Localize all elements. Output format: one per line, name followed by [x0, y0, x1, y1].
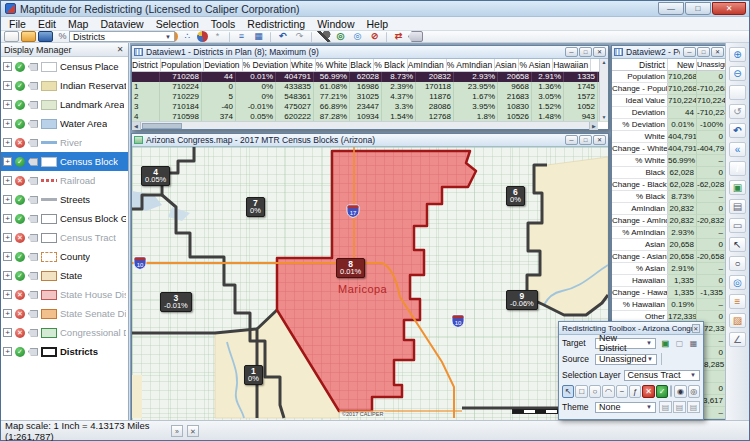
- scope-icon[interactable]: ◎: [350, 31, 365, 42]
- scroll-right-icon[interactable]: ▶: [589, 122, 598, 130]
- layer-row[interactable]: State House Dist: [1, 285, 128, 304]
- expand-icon[interactable]: [3, 290, 12, 299]
- sep[interactable]: [229, 32, 230, 42]
- table-row[interactable]: Black 62,028 0: [612, 167, 726, 179]
- column-header[interactable]: District: [132, 59, 161, 71]
- column-header[interactable]: % AmIndian: [447, 59, 495, 71]
- select-zoom-icon[interactable]: ◎: [729, 275, 746, 290]
- table-row[interactable]: % AmIndian 2.93% –: [612, 227, 726, 239]
- expand-icon[interactable]: [3, 252, 12, 261]
- minimize-icon[interactable]: ─: [565, 135, 578, 145]
- close-status-icon[interactable]: ✕: [187, 425, 199, 437]
- layer-visibility-icon[interactable]: [15, 271, 25, 281]
- clear-target-icon[interactable]: ▢: [673, 337, 686, 349]
- close-icon[interactable]: ✕: [711, 47, 724, 57]
- close-panel-icon[interactable]: ✕: [115, 45, 125, 54]
- layer-row[interactable]: Census Tract: [1, 228, 128, 247]
- zoom-in-icon[interactable]: ⊕: [729, 47, 746, 62]
- expand-icon[interactable]: [3, 119, 12, 128]
- column-header[interactable]: Deviation: [204, 59, 242, 71]
- select-pointer-icon[interactable]: ↖: [729, 237, 746, 252]
- layer-row[interactable]: Census Block: [1, 152, 128, 171]
- table-row[interactable]: Change - Population 710,268 -710,268: [612, 83, 726, 95]
- clone-map-icon[interactable]: ▣: [729, 180, 746, 195]
- table-row[interactable]: Hawaiian 1,335 0: [612, 275, 726, 287]
- initial-view-icon[interactable]: «: [729, 142, 746, 157]
- close-icon[interactable]: ✕: [692, 324, 700, 333]
- scale-back-icon[interactable]: ↶: [729, 123, 746, 138]
- layer-row[interactable]: Landmark Area: [1, 95, 128, 114]
- maximize-icon[interactable]: □: [579, 135, 592, 145]
- layer-visibility-icon[interactable]: [15, 176, 25, 186]
- maximize-icon[interactable]: □: [579, 47, 592, 57]
- snapshot-icon[interactable]: ▨: [729, 313, 746, 328]
- table-row[interactable]: Ideal Value 710,224 710,224: [612, 95, 726, 107]
- zoom-layer-icon[interactable]: ◎: [333, 31, 348, 42]
- layer-visibility-icon[interactable]: [15, 309, 25, 319]
- table-row[interactable]: AmIndian 20,832 0: [612, 203, 726, 215]
- freeform-select-tool[interactable]: ◠: [602, 385, 614, 398]
- polyline-select-tool[interactable]: ~: [616, 385, 628, 398]
- save-icon[interactable]: [38, 31, 53, 42]
- column-header[interactable]: % White: [316, 59, 351, 71]
- layer-row[interactable]: State Senate Dist: [1, 304, 128, 323]
- table-row[interactable]: Change - Hawaiian 1,335 -1,335: [612, 287, 726, 299]
- legend-icon[interactable]: ≡: [729, 294, 746, 309]
- tag-icon[interactable]: [408, 31, 423, 42]
- formula-select-tool[interactable]: ƒ: [629, 385, 641, 398]
- scrollbar-thumb[interactable]: [142, 123, 182, 129]
- join-icon[interactable]: ⇄: [391, 31, 406, 42]
- expand-status-icon[interactable]: »: [171, 425, 183, 437]
- horizontal-scrollbar[interactable]: ◀ ▶: [132, 121, 598, 129]
- layer-row[interactable]: Census Place: [1, 57, 128, 76]
- expand-icon[interactable]: [3, 157, 12, 166]
- column-header[interactable]: District: [612, 59, 668, 70]
- menu-item[interactable]: Dataview: [94, 18, 149, 30]
- table-row[interactable]: Change - Asian 20,658 -20,658: [612, 251, 726, 263]
- zoom-window-tool[interactable]: ◎: [688, 385, 700, 398]
- expand-icon[interactable]: [3, 195, 12, 204]
- table-row[interactable]: White 404,791 0: [612, 131, 726, 143]
- column-header[interactable]: Population: [161, 59, 204, 71]
- layer-visibility-icon[interactable]: [15, 195, 25, 205]
- table-row[interactable]: 1 710224 0 0% 433835 61.08% 16986 2.39% …: [132, 82, 608, 92]
- layer-visibility-icon[interactable]: [15, 214, 25, 224]
- column-header[interactable]: % Asian: [519, 59, 553, 71]
- column-header[interactable]: % Black: [374, 59, 408, 71]
- pan-icon[interactable]: [729, 85, 746, 100]
- rectangle-select-tool[interactable]: □: [575, 385, 587, 398]
- color-theme-icon[interactable]: [197, 31, 208, 42]
- layer-visibility-icon[interactable]: [15, 138, 25, 148]
- table-row[interactable]: 3 710184 -40 -0.01% 475027 66.89% 23447 …: [132, 102, 608, 112]
- previous-scale-icon[interactable]: ↺: [729, 104, 746, 119]
- table-row[interactable]: % Deviation 0.01% -100%: [612, 119, 726, 131]
- expand-icon[interactable]: [3, 176, 12, 185]
- table-row[interactable]: Deviation 44 -710,224: [612, 107, 726, 119]
- copy-plan-icon[interactable]: ▦: [687, 337, 700, 349]
- theme-report-icon[interactable]: ▤: [687, 401, 700, 413]
- table-row[interactable]: % Asian 2.91% –: [612, 263, 726, 275]
- table-row[interactable]: 710268 44 0.01% 404791 56.99% 62028 8.73…: [132, 72, 608, 82]
- layer-visibility-icon[interactable]: [15, 119, 25, 129]
- table-row[interactable]: Change - AmIndian 20,832 -20,832: [612, 215, 726, 227]
- layer-visibility-icon[interactable]: [15, 290, 25, 300]
- maximize-button[interactable]: □: [685, 2, 711, 15]
- info-icon[interactable]: i: [729, 161, 746, 176]
- undo-icon[interactable]: ↶: [275, 31, 290, 42]
- close-button[interactable]: ✕: [712, 2, 746, 15]
- circle-select-tool[interactable]: ○: [589, 385, 601, 398]
- table-icon[interactable]: ▦: [251, 31, 266, 42]
- column-header[interactable]: Black: [350, 59, 374, 71]
- theme-combo[interactable]: None ▼: [595, 402, 656, 413]
- layer-row[interactable]: Census Block Group: [1, 209, 128, 228]
- open-folder-icon[interactable]: [21, 31, 36, 42]
- layer-row[interactable]: Railroad: [1, 171, 128, 190]
- layer-row[interactable]: Districts: [1, 342, 128, 361]
- close-icon[interactable]: ✕: [593, 135, 606, 145]
- column-header[interactable]: White: [291, 59, 316, 71]
- menu-item[interactable]: Help: [361, 18, 395, 30]
- expand-icon[interactable]: [3, 233, 12, 242]
- column-header[interactable]: Unassigned: [697, 59, 726, 70]
- source-combo[interactable]: Unassigned ▼: [595, 354, 657, 365]
- expand-icon[interactable]: [3, 81, 12, 90]
